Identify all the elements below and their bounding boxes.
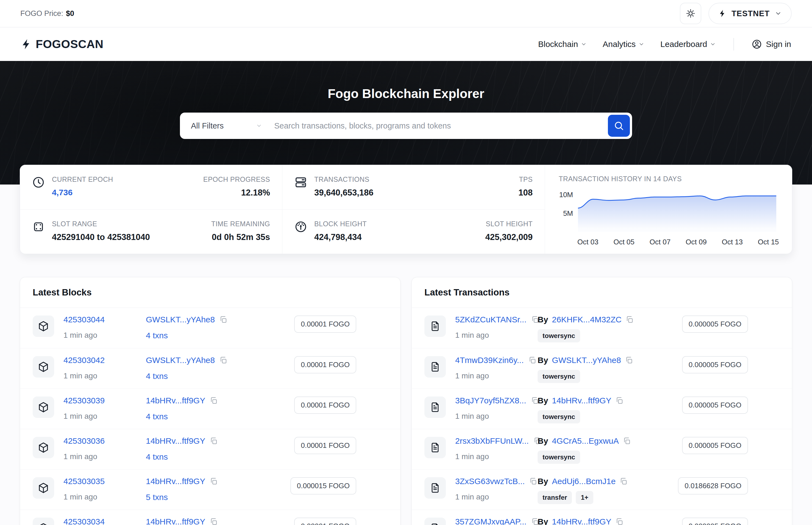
search-bar: All Filters [180,112,632,139]
frame-icon [32,221,45,242]
nav-label: Blockchain [538,40,578,49]
copy-icon[interactable] [625,356,633,364]
copy-icon[interactable] [210,437,218,445]
tx-tags: towersync [537,451,682,464]
copy-icon[interactable] [210,518,218,525]
fogo-price-value: $0 [66,9,74,18]
copy-icon[interactable] [210,477,218,485]
gauge-icon [294,221,307,242]
search-filter-dropdown[interactable]: All Filters [180,121,272,131]
sign-in-button[interactable]: Sign in [752,39,791,49]
block-number-link[interactable]: 425303035 [63,477,105,486]
tx-by-address-link[interactable]: AedUj6...BcmJ1e [552,477,616,486]
tx-by-address-link[interactable]: 4GCrA5...EgxwuA [552,436,619,446]
stat-label: BLOCK HEIGHT [314,220,367,228]
search-button[interactable] [608,115,630,137]
database-icon [294,176,307,198]
nav-label: Analytics [603,40,636,49]
tx-signature-link[interactable]: 3BqJY7oyf5hZX8... [455,396,526,405]
search-input[interactable] [272,121,608,131]
tx-signature-link[interactable]: 2rsx3bXbFFUnLW... [455,436,529,446]
nav-blockchain[interactable]: Blockchain [538,40,587,49]
tx-signature-link[interactable]: 5ZKdZCuKTANSr... [455,315,527,324]
block-time: 1 min ago [63,493,146,501]
copy-icon[interactable] [528,356,536,364]
tx-time: 1 min ago [455,412,537,421]
block-txns-link[interactable]: 5 txns [146,493,168,502]
transaction-row: 3ZxSG63vwzTcB... 1 min ago By AedUj6...B… [412,469,792,510]
block-txns-link[interactable]: 4 txns [146,331,168,340]
latest-blocks-panel: Latest Blocks 425303044 1 min ago GWSLKT… [20,277,400,525]
copy-icon[interactable] [623,437,631,445]
block-hash-link[interactable]: 14bHRv...ftf9GY [146,477,205,486]
cube-icon [33,477,54,499]
network-selector[interactable]: TESTNET [708,3,792,24]
block-number-link[interactable]: 425303034 [63,517,105,525]
copy-icon[interactable] [219,356,227,364]
copy-icon[interactable] [529,477,537,485]
tx-by-address-link[interactable]: GWSLKT...yYAhe8 [552,356,621,365]
tps-value: 108 [518,188,533,198]
copy-icon[interactable] [615,396,623,405]
topbar: FOGO Price: $0 TESTNET [0,0,812,28]
transaction-row: 5ZKdZCuKTANSr... 1 min ago By 26KHFK...4… [412,308,792,348]
file-text-icon [424,356,446,377]
block-number-link[interactable]: 425303036 [63,436,105,445]
tx-signature-link[interactable]: 357ZGMJxvgAAP... [455,517,527,525]
nav-analytics[interactable]: Analytics [603,40,645,49]
tx-by-label: By [537,315,548,324]
block-number-link[interactable]: 425303042 [63,356,105,365]
copy-icon[interactable] [619,477,628,485]
block-txns-link[interactable]: 4 txns [146,452,168,462]
tx-tag: towersync [537,451,580,464]
block-txns-link[interactable]: 4 txns [146,412,168,421]
svg-text:5M: 5M [563,209,573,217]
stat-label: TIME REMAINING [211,220,270,228]
chevron-down-icon [581,41,587,47]
block-txns-link[interactable]: 4 txns [146,372,168,381]
cube-icon [33,437,54,458]
block-number-link[interactable]: 425303044 [63,315,105,324]
transaction-row: 3BqJY7oyf5hZX8... 1 min ago By 14bHRv...… [412,389,792,429]
fogo-price: FOGO Price: $0 [20,9,74,18]
main-nav: Blockchain Analytics Leaderboard Sign in [538,38,791,50]
file-text-icon [424,518,446,525]
svg-text:Oct 07: Oct 07 [650,238,671,246]
block-hash-link[interactable]: 14bHRv...ftf9GY [146,396,205,405]
block-fee-badge: 0.000015 FOGO [290,477,356,495]
epoch-progress-value: 12.18% [203,188,270,198]
transaction-row: 357ZGMJxvgAAP... By 14bHRv...ftf9GY [412,510,792,525]
tx-fee-badge: 0.000005 FOGO [682,396,748,414]
nav-leaderboard[interactable]: Leaderboard [660,40,716,49]
copy-icon[interactable] [615,518,623,525]
bolt-icon [21,38,32,51]
cube-icon [33,356,54,377]
block-number-link[interactable]: 425303039 [63,396,105,405]
stat-slot-range-cell: SLOT RANGE 425291040 to 425381040 TIME R… [20,210,282,254]
theme-toggle-button[interactable] [680,3,701,24]
cube-icon [33,396,54,418]
block-time: 1 min ago [63,331,146,340]
tx-by-address-link[interactable]: 14bHRv...ftf9GY [552,517,611,525]
block-hash-link[interactable]: GWSLKT...yYAhe8 [146,356,215,365]
block-time: 1 min ago [63,372,146,380]
copy-icon[interactable] [625,315,634,324]
block-hash-link[interactable]: 14bHRv...ftf9GY [146,517,205,525]
tx-by-address-link[interactable]: 26KHFK...4M32ZC [552,315,621,324]
tx-by-address-link[interactable]: 14bHRv...ftf9GY [552,396,611,405]
tx-signature-link[interactable]: 4TmwD39Kzin6y... [455,356,524,365]
current-epoch-value[interactable]: 4,736 [52,188,113,197]
brand-name: FOGOSCAN [36,38,104,51]
svg-text:Oct 15: Oct 15 [758,238,779,246]
tx-history-chart: 5M10MOct 03Oct 05Oct 07Oct 09Oct 13Oct 1… [559,183,779,246]
tx-fee-badge: 0.000005 FOGO [682,518,748,525]
block-hash-link[interactable]: GWSLKT...yYAhe8 [146,315,215,324]
copy-icon[interactable] [219,315,227,324]
page-title: Fogo Blockchain Explorer [0,61,812,101]
copy-icon[interactable] [210,396,218,405]
block-hash-link[interactable]: 14bHRv...ftf9GY [146,436,205,446]
chevron-down-icon [710,41,716,47]
fogoscan-logo[interactable]: FOGOSCAN [21,38,104,51]
user-circle-icon [752,39,762,49]
tx-signature-link[interactable]: 3ZxSG63vwzTcB... [455,477,525,486]
